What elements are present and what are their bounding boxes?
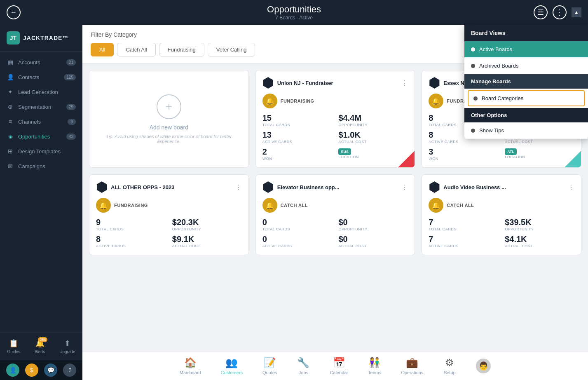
jobs-label: Jobs xyxy=(299,370,308,375)
teams-icon: 👫 xyxy=(368,357,381,368)
nav-teams[interactable]: 👫 Teams xyxy=(358,357,391,375)
bottom-nav: 🏠 Mainboard 👥 Customers 📝 Quotes 🔧 Jobs … xyxy=(82,351,588,380)
opportunity-label: OPPORTUNITY xyxy=(338,123,408,127)
nav-calendar[interactable]: 📅 Calendar xyxy=(320,357,358,375)
tips-dot xyxy=(471,129,475,133)
board-stats: 7 TOTAL CARDS $39.5K OPPORTUNITY 7 ACTIV… xyxy=(429,218,574,248)
sidebar-item-accounts[interactable]: ▦ Accounts 21 xyxy=(0,55,82,70)
sidebar: JT JACKTRADE™ ▦ Accounts 21 👤 Contacts 1… xyxy=(0,25,82,380)
bell-icon: 🔔 xyxy=(429,94,443,108)
segmentation-badge: 29 xyxy=(66,104,76,110)
teams-label: Teams xyxy=(368,370,381,375)
guides-button[interactable]: 📋 Guides xyxy=(4,336,23,357)
accounts-label: Accounts xyxy=(18,59,40,66)
upgrade-button[interactable]: ⬆ Upgrade xyxy=(56,336,78,357)
nav-jobs[interactable]: 🔧 Jobs xyxy=(287,357,320,375)
total-cards-value: 7 xyxy=(429,218,498,227)
campaigns-icon: ✉ xyxy=(7,163,14,169)
scroll-up-button[interactable]: ▲ xyxy=(572,7,581,17)
board-menu-button[interactable]: ⋮ xyxy=(568,183,574,191)
board-views-dropdown: Board Views Active Boards Archived Board… xyxy=(464,25,588,139)
calendar-icon: 📅 xyxy=(333,357,345,368)
board-hex-icon xyxy=(96,181,108,193)
archived-boards-label: Archived Boards xyxy=(479,63,518,69)
bell-icon: 🔔 xyxy=(262,198,277,213)
mainboard-label: Mainboard xyxy=(180,370,201,375)
design-templates-icon: ⊞ xyxy=(7,148,14,155)
nav-avatar[interactable]: 👨 xyxy=(466,359,501,373)
board-card-elevator[interactable]: Elevator Business opp... ⋮ 🔔 CATCH ALL 0… xyxy=(255,174,415,255)
category-label: FUNDRAISING xyxy=(114,203,148,208)
user-icon-button[interactable]: 👤 xyxy=(6,364,19,377)
customers-icon: 👥 xyxy=(225,357,238,368)
operations-label: Operations xyxy=(401,370,423,375)
operations-icon: 💼 xyxy=(406,357,418,368)
quotes-label: Quotes xyxy=(262,370,277,375)
board-card-audio-video[interactable]: Audio Video Business ... ⋮ 🔔 CATCH ALL 7… xyxy=(422,174,581,255)
chat-icon-button[interactable]: 💬 xyxy=(44,364,57,377)
board-menu-button[interactable]: ⋮ xyxy=(401,183,408,191)
won-value: 3 xyxy=(429,147,498,157)
nav-quotes[interactable]: 📝 Quotes xyxy=(253,357,287,375)
calendar-label: Calendar xyxy=(330,370,348,375)
nav-mainboard[interactable]: 🏠 Mainboard xyxy=(170,357,211,375)
customers-label: Customers xyxy=(221,370,243,375)
channels-icon: ≡ xyxy=(7,118,14,125)
nav-operations[interactable]: 💼 Operations xyxy=(391,357,433,375)
location-badge: ATL xyxy=(505,148,517,155)
accounts-icon: ▦ xyxy=(7,59,14,66)
add-board-button[interactable]: + xyxy=(157,94,181,119)
board-menu-button[interactable]: ⋮ xyxy=(401,79,408,87)
board-stats: 15 TOTAL CARDS $4.4M OPPORTUNITY 13 ACTI… xyxy=(262,113,408,161)
filter-catchall-button[interactable]: Catch All xyxy=(117,43,155,56)
actual-cost-value: $9.1K xyxy=(172,235,242,244)
board-card-all-other-opps[interactable]: ALL OTHER OPPS - 2023 ⋮ 🔔 FUNDRAISING 9 … xyxy=(89,174,249,255)
lead-generation-label: Lead Generation xyxy=(18,89,58,95)
segmentation-icon: ⊕ xyxy=(7,103,14,110)
nav-setup[interactable]: ⚙ Setup xyxy=(433,357,466,375)
add-board-card: + Add new board Tip: Avoid using shades … xyxy=(89,70,249,168)
sidebar-item-opportunities[interactable]: ◈ Opportunities 43 xyxy=(0,129,82,144)
manage-boards-header: Manage Boards xyxy=(464,74,588,89)
opportunities-badge: 43 xyxy=(66,134,76,140)
board-card-union-nj[interactable]: Union NJ - Fundraiser ⋮ 🔔 FUNDRAISING 15… xyxy=(255,70,415,168)
active-cards-value: 7 xyxy=(429,235,498,244)
back-button[interactable]: ← xyxy=(7,5,21,19)
channels-label: Channels xyxy=(18,119,41,125)
sidebar-item-lead-generation[interactable]: ✦ Lead Generation xyxy=(0,84,82,99)
more-options-button[interactable]: ⋮ xyxy=(553,5,567,19)
sidebar-item-campaigns[interactable]: ✉ Campaigns xyxy=(0,159,82,174)
contacts-label: Contacts xyxy=(18,74,39,80)
accounts-badge: 21 xyxy=(66,59,76,66)
filter-votercalling-button[interactable]: Voter Calling xyxy=(208,43,255,56)
setup-label: Setup xyxy=(444,370,456,375)
show-tips-item[interactable]: Show Tips xyxy=(464,122,588,139)
active-boards-item[interactable]: Active Boards xyxy=(464,41,588,58)
sidebar-item-design-templates[interactable]: ⊞ Design Templates xyxy=(0,144,82,159)
sidebar-item-channels[interactable]: ≡ Channels 9 xyxy=(0,114,82,129)
bell-icon: 🔔 xyxy=(262,94,277,108)
menu-icon-button[interactable]: ☰ xyxy=(534,5,548,19)
actual-cost-value: $1.0K xyxy=(338,130,408,140)
sidebar-item-contacts[interactable]: 👤 Contacts 125 xyxy=(0,70,82,84)
share-icon-button[interactable]: ⤴ xyxy=(63,364,76,377)
corner-triangle xyxy=(565,151,581,167)
dollar-icon-button[interactable]: $ xyxy=(25,364,38,377)
sidebar-bottom: 📋 Guides 🔔 266 Alerts ⬆ Upgrade xyxy=(0,333,82,360)
alerts-button[interactable]: 🔔 266 Alerts xyxy=(31,336,49,357)
contacts-badge: 125 xyxy=(64,74,76,80)
board-categories-item[interactable]: Board Categories xyxy=(468,90,585,106)
guides-label: Guides xyxy=(7,350,20,354)
categories-dot xyxy=(473,96,478,101)
nav-customers[interactable]: 👥 Customers xyxy=(211,357,253,375)
won-value: 2 xyxy=(262,147,332,157)
sidebar-item-segmentation[interactable]: ⊕ Segmentation 29 xyxy=(0,99,82,114)
active-boards-label: Active Boards xyxy=(479,46,512,52)
other-options-header: Other Options xyxy=(464,108,588,122)
archived-boards-item[interactable]: Archived Boards xyxy=(464,58,588,74)
board-menu-button[interactable]: ⋮ xyxy=(235,183,242,191)
alerts-badge: 266 xyxy=(38,337,47,342)
filter-fundraising-button[interactable]: Fundraising xyxy=(159,43,204,56)
filter-all-button[interactable]: All xyxy=(91,43,114,56)
logo-text: JACKTRADE™ xyxy=(23,35,68,41)
